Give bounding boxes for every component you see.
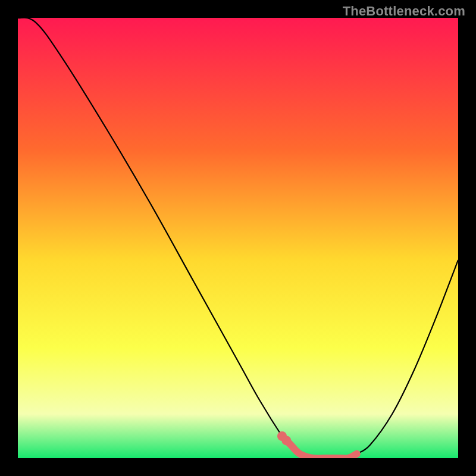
highlight-dot <box>281 436 291 445</box>
watermark-text: TheBottleneck.com <box>343 4 465 19</box>
chart-frame <box>18 18 458 458</box>
bottleneck-plot <box>18 18 458 458</box>
gradient-background <box>18 18 458 458</box>
